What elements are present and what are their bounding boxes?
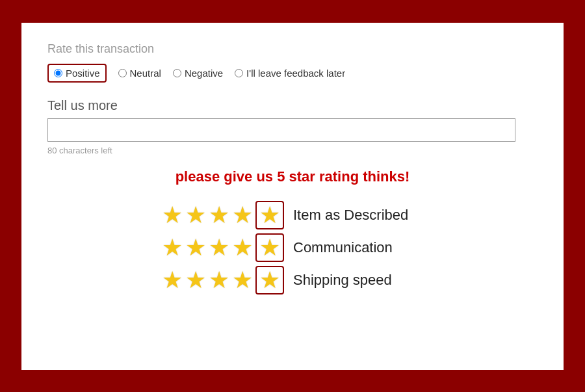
star-1-5[interactable]: ★ bbox=[259, 203, 280, 227]
main-container: Rate this transaction Positive Neutral N… bbox=[20, 21, 566, 372]
tell-us-label: Tell us more bbox=[47, 98, 538, 113]
rating-row-item-described: ★ ★ ★ ★ ★ Item as Described bbox=[162, 201, 423, 229]
radio-negative[interactable]: Negative bbox=[173, 68, 223, 79]
star-3-5-container: ★ bbox=[255, 266, 284, 294]
star-2-2[interactable]: ★ bbox=[185, 236, 206, 259]
radio-negative-label: Negative bbox=[185, 68, 223, 79]
star-1-3[interactable]: ★ bbox=[209, 203, 229, 227]
radio-neutral-label: Neutral bbox=[130, 68, 161, 79]
radio-later-label: I'll leave feedback later bbox=[246, 68, 345, 79]
star-3-5[interactable]: ★ bbox=[259, 268, 280, 292]
star-3-1[interactable]: ★ bbox=[162, 268, 183, 292]
radio-group: Positive Neutral Negative I'll leave fee… bbox=[47, 64, 538, 83]
star-1-1[interactable]: ★ bbox=[162, 203, 183, 227]
star-1-4[interactable]: ★ bbox=[232, 203, 253, 227]
rating-row-communication: ★ ★ ★ ★ ★ Communication bbox=[162, 233, 423, 262]
category-label-0: Item as Described bbox=[293, 207, 423, 224]
radio-later[interactable]: I'll leave feedback later bbox=[235, 68, 345, 79]
star-2-5[interactable]: ★ bbox=[259, 236, 280, 259]
star-3-2[interactable]: ★ bbox=[185, 268, 206, 292]
star-2-4[interactable]: ★ bbox=[232, 236, 253, 259]
ratings-table: ★ ★ ★ ★ ★ Item as Described ★ ★ ★ ★ ★ Co… bbox=[47, 201, 538, 294]
radio-neutral[interactable]: Neutral bbox=[118, 68, 161, 79]
star-2-1[interactable]: ★ bbox=[162, 236, 183, 259]
star-2-3[interactable]: ★ bbox=[209, 236, 229, 259]
radio-positive[interactable]: Positive bbox=[47, 64, 107, 83]
star-3-3[interactable]: ★ bbox=[209, 268, 229, 292]
star-1-5-container: ★ bbox=[255, 201, 284, 229]
appeal-text: please give us 5 star rating thinks! bbox=[47, 168, 538, 185]
category-label-2: Shipping speed bbox=[293, 272, 423, 289]
star-2-5-container: ★ bbox=[255, 233, 284, 262]
rating-row-shipping: ★ ★ ★ ★ ★ Shipping speed bbox=[162, 266, 423, 294]
tell-us-input[interactable] bbox=[47, 118, 515, 142]
section-title: Rate this transaction bbox=[47, 42, 538, 56]
category-label-1: Communication bbox=[293, 239, 423, 256]
star-1-2[interactable]: ★ bbox=[185, 203, 206, 227]
star-3-4[interactable]: ★ bbox=[232, 268, 253, 292]
radio-positive-label: Positive bbox=[66, 68, 100, 79]
chars-left: 80 characters left bbox=[47, 146, 538, 155]
